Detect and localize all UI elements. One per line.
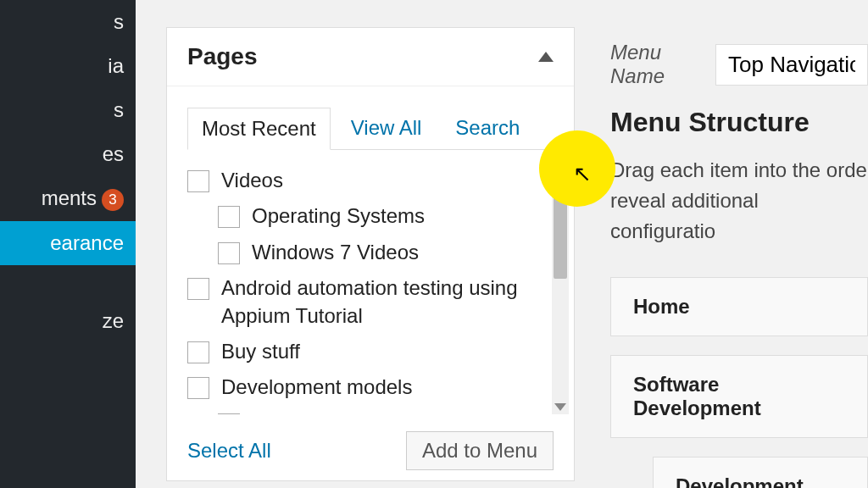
checkbox[interactable] [218, 413, 240, 414]
checkbox[interactable] [218, 242, 240, 264]
sidebar-item-6[interactable]: ze [0, 299, 136, 343]
list-item: Operating Systems [218, 202, 540, 230]
pages-list: Videos Operating Systems Windows 7 Video… [167, 150, 574, 421]
menu-name-label: Menu Name [610, 41, 697, 88]
sidebar-item-0[interactable]: s [0, 0, 136, 44]
checkbox[interactable] [187, 170, 209, 192]
menu-structure-heading: Menu Structure [610, 107, 868, 138]
menu-structure-column: Menu Name Menu Structure Drag each item … [610, 27, 868, 488]
scrollbar[interactable] [552, 158, 569, 414]
admin-sidebar: s ia s es ments3 earance ze [0, 0, 136, 488]
menu-name-input[interactable] [715, 44, 868, 86]
sidebar-item-comments[interactable]: ments3 [0, 176, 136, 221]
pages-panel: Pages Most Recent View All Search Videos… [166, 27, 575, 481]
pages-tabs: Most Recent View All Search [187, 107, 554, 150]
scroll-up-icon [554, 162, 566, 169]
checkbox[interactable] [187, 278, 209, 300]
menu-item-development-models[interactable]: Development models [653, 457, 868, 488]
menu-item-home[interactable]: Home [610, 277, 868, 336]
checkbox[interactable] [218, 206, 240, 228]
list-item: Videos [187, 167, 540, 194]
scroll-down-icon [554, 403, 566, 411]
pages-panel-footer: Select All Add to Menu [167, 421, 574, 480]
add-to-menu-button[interactable]: Add to Menu [406, 431, 554, 470]
menu-name-row: Menu Name [610, 27, 868, 107]
pages-panel-title: Pages [187, 43, 258, 70]
collapse-icon [538, 52, 554, 62]
list-item: BDD software development [218, 410, 540, 414]
list-item: Windows 7 Videos [218, 239, 540, 266]
tab-view-all[interactable]: View All [337, 108, 436, 150]
sidebar-item-1[interactable]: ia [0, 44, 136, 88]
checkbox[interactable] [187, 341, 209, 363]
select-all-link[interactable]: Select All [187, 439, 271, 463]
cursor-icon: ↖ [573, 161, 592, 187]
tab-search[interactable]: Search [442, 108, 533, 150]
checkbox[interactable] [187, 377, 209, 399]
menu-item-software-development[interactable]: Software Development [610, 355, 868, 438]
list-item: Android automation testing using Appium … [187, 274, 540, 330]
scroll-thumb[interactable] [554, 177, 567, 279]
list-item: Development models [187, 374, 540, 401]
sidebar-item-3[interactable]: es [0, 132, 136, 176]
pages-panel-header[interactable]: Pages [167, 28, 574, 86]
menu-structure-description: Drag each item into the orde reveal addi… [610, 155, 868, 247]
tab-most-recent[interactable]: Most Recent [187, 108, 331, 150]
sidebar-item-appearance[interactable]: earance [0, 221, 136, 265]
sidebar-item-2[interactable]: s [0, 88, 136, 132]
comments-badge: 3 [102, 189, 124, 211]
list-item: Buy stuff [187, 338, 540, 365]
